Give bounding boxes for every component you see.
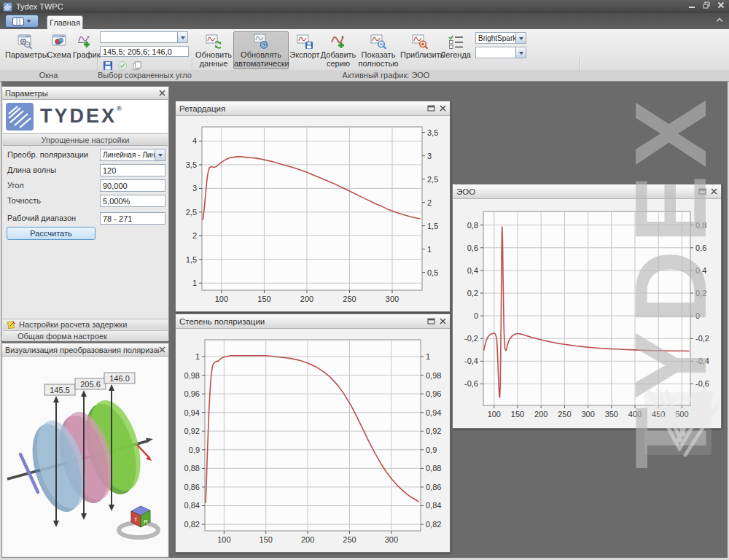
parameters-panel-title: Параметры [5,89,159,98]
parameters-panel-titlebar[interactable]: Параметры [2,87,168,100]
calculate-button[interactable]: Рассчитать [7,227,95,240]
svg-text:1: 1 [195,352,200,361]
svg-text:0,92: 0,92 [184,427,200,435]
titlebar[interactable]: Tydex TWPC [0,0,729,13]
polarization-degree-chart[interactable]: 10015020025030010,980,960,940,920,90,880… [180,332,445,547]
check-circle-icon [117,61,128,71]
add-series-button[interactable]: Добавитьсерию [319,31,357,69]
field-row-working-range: Рабочий диапазон [2,212,168,225]
section-header-simple-settings[interactable]: Упрощенные настройки [3,133,168,146]
working-range-input[interactable] [100,212,165,225]
maximize-icon[interactable] [427,318,435,324]
accuracy-input[interactable] [100,195,165,207]
svg-text:0,9: 0,9 [426,446,437,454]
chart-window-titlebar[interactable]: ЭОО [453,184,721,199]
svg-text:0,2: 0,2 [467,289,478,298]
orientation-cube: T R [131,506,150,527]
angle-label-1: 145.5 [50,386,70,394]
export-icon [295,33,314,50]
svg-text:0,94: 0,94 [184,408,200,417]
svg-text:100: 100 [217,535,230,544]
add-series-icon [329,33,348,50]
svg-text:300: 300 [386,295,399,303]
svg-text:3: 3 [192,184,197,192]
svg-text:0,8: 0,8 [695,221,706,230]
tab-home[interactable]: Главная [47,15,83,29]
restore-icon[interactable] [703,1,710,9]
refresh-data-button[interactable]: Обновитьданные [194,31,233,69]
close-icon[interactable] [717,1,725,9]
copy-icon [132,61,142,71]
svg-text:0,98: 0,98 [426,371,441,380]
warning-note-icon [7,320,16,329]
combo-dropdown-icon[interactable] [177,32,187,42]
svg-text:0: 0 [695,311,700,320]
combo-dropdown-icon[interactable] [155,149,165,160]
window-frame [0,82,1,560]
svg-text:0,4: 0,4 [467,266,478,275]
app-window: Tydex TWPC Главная Параметры Схема Графи… [0,0,729,560]
visualization-panel-titlebar[interactable]: Визуализация преобразования поляризации [2,343,168,357]
svg-text:-0,4: -0,4 [464,357,478,365]
close-icon[interactable] [440,105,446,112]
parameters-button[interactable]: Параметры [4,31,45,69]
show-all-button[interactable]: Показатьполностью [356,31,400,69]
svg-text:250: 250 [343,295,356,303]
svg-text:0,88: 0,88 [426,464,441,472]
chart-window-titlebar[interactable]: Степень поляризации [176,314,450,329]
wavelength-input[interactable] [100,164,165,176]
parameters-window-gear-icon [15,33,34,50]
svg-text:200: 200 [534,410,547,419]
collapse-ribbon-icon[interactable] [716,18,723,23]
combo-dropdown-icon[interactable] [515,33,526,43]
svg-text:100: 100 [215,295,228,303]
graph-button[interactable]: График [72,31,98,69]
mdi-workspace: Параметры TYDEX® Упрощенные настройки Пр… [0,82,729,560]
maximize-icon[interactable] [698,188,706,195]
schema-button[interactable]: Схема [44,31,74,69]
minimize-icon[interactable] [688,1,695,9]
delay-settings-bar[interactable]: Настройки расчета задержки [3,319,168,330]
ribbon: Параметры Схема График Обновитьданные [0,29,729,70]
group-label-active-graph: Активный график: ЭОО [192,70,580,81]
svg-text:0,96: 0,96 [426,389,441,398]
angle-input[interactable] [100,179,165,192]
svg-text:0,84: 0,84 [426,501,441,510]
retardation-chart[interactable]: 10015020025030043,532,521,513,532,521,51… [180,120,445,306]
export-button[interactable]: Экспорт [289,31,321,69]
close-icon[interactable] [440,318,446,324]
application-menu-button[interactable] [5,15,39,28]
svg-text:200: 200 [301,535,314,544]
combo-dropdown-icon[interactable] [515,47,526,58]
svg-text:1: 1 [426,352,430,361]
close-icon[interactable] [159,90,165,96]
chart-window-titlebar[interactable]: Ретардация [176,101,450,116]
svg-text:-0,4: -0,4 [695,357,709,365]
legend-button[interactable]: Легенда [439,31,472,69]
chart-window-title: Степень поляризации [179,317,423,326]
series-select-combo[interactable] [475,47,526,58]
window-layout-icon [12,18,24,26]
series-style-combo-value: BrightSpark [476,34,515,42]
svg-text:0,92: 0,92 [426,427,441,435]
maximize-icon[interactable] [427,105,435,112]
svg-text:0,82: 0,82 [426,520,441,529]
close-icon[interactable] [711,188,717,195]
svg-text:0,84: 0,84 [184,501,200,510]
field-row-angle: Угол [2,179,168,192]
saved-angles-combo[interactable] [100,31,188,43]
svg-text:-0,2: -0,2 [464,334,478,343]
close-icon[interactable] [159,346,165,353]
eoo-chart[interactable]: 1001502002503003504004505000,80,60,40,20… [457,203,717,423]
zoom-in-icon [410,33,429,50]
svg-text:1: 1 [427,245,432,254]
angles-input[interactable] [100,46,189,57]
general-settings-bar[interactable]: Общая форма настроек [3,330,168,341]
schema-window-icon [50,33,69,50]
polarization-combo[interactable]: Линейная - Лин [100,149,165,161]
svg-text:0: 0 [474,311,478,320]
polarization-3d-view[interactable]: 145.5 205.6 146.0 T R [3,357,168,556]
zoom-in-button[interactable]: Приблизить [399,31,440,69]
auto-refresh-button[interactable]: Обновлятьавтоматически [233,31,289,69]
series-style-combo[interactable]: BrightSpark [475,32,526,44]
